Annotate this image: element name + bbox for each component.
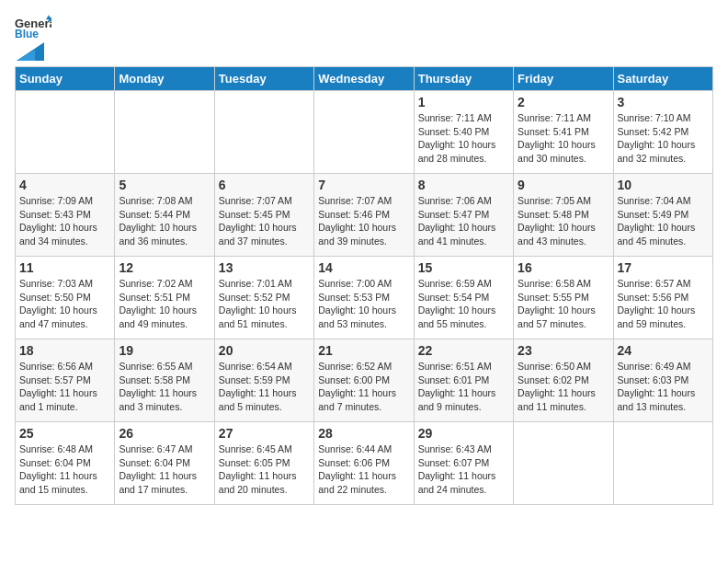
day-info: Sunrise: 7:10 AM Sunset: 5:42 PM Dayligh…: [618, 111, 709, 166]
day-cell: 22Sunrise: 6:51 AM Sunset: 6:01 PM Dayli…: [414, 339, 513, 422]
day-info: Sunrise: 6:47 AM Sunset: 6:04 PM Dayligh…: [119, 442, 210, 497]
day-info: Sunrise: 7:01 AM Sunset: 5:52 PM Dayligh…: [219, 277, 310, 331]
day-cell: 25Sunrise: 6:48 AM Sunset: 6:04 PM Dayli…: [16, 422, 115, 505]
day-number: 14: [318, 260, 409, 275]
day-number: 6: [219, 178, 310, 192]
day-cell: 27Sunrise: 6:45 AM Sunset: 6:05 PM Dayli…: [214, 422, 313, 505]
weekday-header-friday: Friday: [514, 67, 613, 91]
weekday-header-sunday: Sunday: [16, 67, 115, 91]
day-number: 3: [618, 95, 709, 109]
calendar-table: SundayMondayTuesdayWednesdayThursdayFrid…: [15, 66, 713, 505]
week-row-2: 4Sunrise: 7:09 AM Sunset: 5:43 PM Daylig…: [16, 174, 713, 257]
day-info: Sunrise: 7:07 AM Sunset: 5:45 PM Dayligh…: [219, 194, 310, 248]
day-cell: 6Sunrise: 7:07 AM Sunset: 5:45 PM Daylig…: [214, 174, 313, 257]
day-info: Sunrise: 6:49 AM Sunset: 6:03 PM Dayligh…: [618, 360, 709, 414]
day-info: Sunrise: 6:57 AM Sunset: 5:56 PM Dayligh…: [618, 277, 709, 331]
day-cell: 13Sunrise: 7:01 AM Sunset: 5:52 PM Dayli…: [214, 257, 313, 339]
day-info: Sunrise: 7:09 AM Sunset: 5:43 PM Dayligh…: [19, 194, 110, 248]
day-cell: 4Sunrise: 7:09 AM Sunset: 5:43 PM Daylig…: [16, 174, 115, 257]
day-info: Sunrise: 6:54 AM Sunset: 5:59 PM Dayligh…: [219, 360, 310, 414]
day-cell: [16, 91, 115, 174]
svg-text:Blue: Blue: [15, 28, 39, 40]
day-info: Sunrise: 6:56 AM Sunset: 5:57 PM Dayligh…: [19, 360, 110, 414]
day-cell: 10Sunrise: 7:04 AM Sunset: 5:49 PM Dayli…: [613, 174, 712, 257]
day-info: Sunrise: 6:48 AM Sunset: 6:04 PM Dayligh…: [19, 442, 110, 497]
day-info: Sunrise: 7:08 AM Sunset: 5:44 PM Dayligh…: [119, 194, 210, 248]
day-info: Sunrise: 6:45 AM Sunset: 6:05 PM Dayligh…: [219, 442, 310, 497]
day-number: 26: [119, 426, 210, 441]
weekday-header-wednesday: Wednesday: [314, 67, 414, 91]
day-cell: 12Sunrise: 7:02 AM Sunset: 5:51 PM Dayli…: [115, 257, 214, 339]
logo: General Blue: [15, 15, 51, 57]
day-info: Sunrise: 7:00 AM Sunset: 5:53 PM Dayligh…: [318, 277, 409, 331]
day-number: 15: [418, 260, 509, 275]
day-info: Sunrise: 6:59 AM Sunset: 5:54 PM Dayligh…: [418, 277, 509, 331]
day-cell: 29Sunrise: 6:43 AM Sunset: 6:07 PM Dayli…: [414, 422, 513, 505]
day-cell: 26Sunrise: 6:47 AM Sunset: 6:04 PM Dayli…: [115, 422, 214, 505]
day-cell: 24Sunrise: 6:49 AM Sunset: 6:03 PM Dayli…: [613, 339, 712, 422]
day-cell: 11Sunrise: 7:03 AM Sunset: 5:50 PM Dayli…: [16, 257, 115, 339]
day-info: Sunrise: 7:05 AM Sunset: 5:48 PM Dayligh…: [518, 194, 609, 248]
weekday-header-saturday: Saturday: [613, 67, 712, 91]
day-number: 23: [518, 343, 609, 358]
day-number: 5: [119, 178, 210, 192]
day-cell: 17Sunrise: 6:57 AM Sunset: 5:56 PM Dayli…: [613, 257, 712, 339]
day-cell: [613, 422, 712, 505]
day-cell: 14Sunrise: 7:00 AM Sunset: 5:53 PM Dayli…: [314, 257, 414, 339]
day-info: Sunrise: 6:55 AM Sunset: 5:58 PM Dayligh…: [119, 360, 210, 414]
day-number: 24: [618, 343, 709, 358]
day-number: 1: [418, 95, 509, 109]
day-info: Sunrise: 6:58 AM Sunset: 5:55 PM Dayligh…: [518, 277, 609, 331]
day-number: 4: [19, 178, 110, 192]
day-cell: [214, 91, 313, 174]
day-number: 20: [219, 343, 310, 358]
day-cell: 21Sunrise: 6:52 AM Sunset: 6:00 PM Dayli…: [314, 339, 414, 422]
day-cell: 20Sunrise: 6:54 AM Sunset: 5:59 PM Dayli…: [214, 339, 313, 422]
weekday-header-monday: Monday: [115, 67, 214, 91]
day-cell: [314, 91, 414, 174]
day-number: 7: [318, 178, 409, 192]
day-info: Sunrise: 7:11 AM Sunset: 5:40 PM Dayligh…: [418, 111, 509, 166]
page-header: General Blue: [15, 15, 713, 57]
logo-icon: General Blue: [15, 15, 51, 40]
day-number: 12: [119, 260, 210, 275]
day-number: 25: [19, 426, 110, 441]
day-number: 8: [418, 178, 509, 192]
day-cell: 15Sunrise: 6:59 AM Sunset: 5:54 PM Dayli…: [414, 257, 513, 339]
day-cell: 5Sunrise: 7:08 AM Sunset: 5:44 PM Daylig…: [115, 174, 214, 257]
weekday-header-tuesday: Tuesday: [214, 67, 313, 91]
day-info: Sunrise: 6:43 AM Sunset: 6:07 PM Dayligh…: [418, 442, 509, 497]
day-info: Sunrise: 7:07 AM Sunset: 5:46 PM Dayligh…: [318, 194, 409, 248]
day-number: 19: [119, 343, 210, 358]
day-number: 18: [19, 343, 110, 358]
day-info: Sunrise: 6:52 AM Sunset: 6:00 PM Dayligh…: [318, 360, 409, 414]
day-cell: 8Sunrise: 7:06 AM Sunset: 5:47 PM Daylig…: [414, 174, 513, 257]
week-row-3: 11Sunrise: 7:03 AM Sunset: 5:50 PM Dayli…: [16, 257, 713, 339]
day-info: Sunrise: 7:03 AM Sunset: 5:50 PM Dayligh…: [19, 277, 110, 331]
day-number: 27: [219, 426, 310, 441]
day-cell: 18Sunrise: 6:56 AM Sunset: 5:57 PM Dayli…: [16, 339, 115, 422]
day-info: Sunrise: 7:02 AM Sunset: 5:51 PM Dayligh…: [119, 277, 210, 331]
day-number: 10: [618, 178, 709, 192]
weekday-header-thursday: Thursday: [414, 67, 513, 91]
day-cell: [514, 422, 613, 505]
logo-triangle: [17, 42, 44, 61]
week-row-4: 18Sunrise: 6:56 AM Sunset: 5:57 PM Dayli…: [16, 339, 713, 422]
day-number: 28: [318, 426, 409, 441]
day-cell: 23Sunrise: 6:50 AM Sunset: 6:02 PM Dayli…: [514, 339, 613, 422]
day-cell: [115, 91, 214, 174]
day-info: Sunrise: 6:50 AM Sunset: 6:02 PM Dayligh…: [518, 360, 609, 414]
day-info: Sunrise: 7:04 AM Sunset: 5:49 PM Dayligh…: [618, 194, 709, 248]
day-number: 11: [19, 260, 110, 275]
day-number: 2: [518, 95, 609, 109]
day-cell: 2Sunrise: 7:11 AM Sunset: 5:41 PM Daylig…: [514, 91, 613, 174]
day-info: Sunrise: 6:44 AM Sunset: 6:06 PM Dayligh…: [318, 442, 409, 497]
day-cell: 28Sunrise: 6:44 AM Sunset: 6:06 PM Dayli…: [314, 422, 414, 505]
day-cell: 1Sunrise: 7:11 AM Sunset: 5:40 PM Daylig…: [414, 91, 513, 174]
week-row-5: 25Sunrise: 6:48 AM Sunset: 6:04 PM Dayli…: [16, 422, 713, 505]
day-info: Sunrise: 6:51 AM Sunset: 6:01 PM Dayligh…: [418, 360, 509, 414]
day-number: 17: [618, 260, 709, 275]
day-cell: 7Sunrise: 7:07 AM Sunset: 5:46 PM Daylig…: [314, 174, 414, 257]
day-info: Sunrise: 7:06 AM Sunset: 5:47 PM Dayligh…: [418, 194, 509, 248]
day-number: 13: [219, 260, 310, 275]
